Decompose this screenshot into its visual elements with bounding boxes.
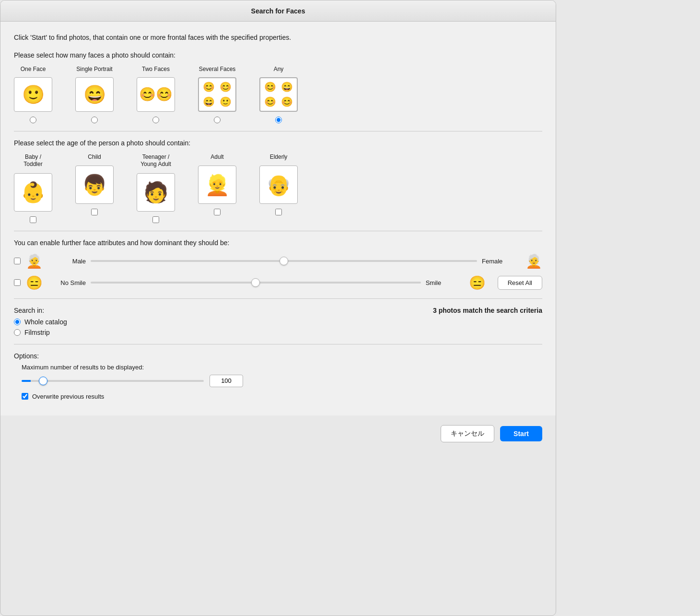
age-label-adult: Adult <box>210 154 223 161</box>
attr-emoji-male: 🧑‍🦳 <box>25 253 43 269</box>
face-emoji-single[interactable]: 😄 <box>75 77 114 112</box>
age-check-teen[interactable] <box>152 216 159 223</box>
age-emoji-baby[interactable]: 👶 <box>14 173 52 212</box>
age-emoji-teen[interactable]: 🧑 <box>137 173 175 212</box>
bottom-bar: キャンセル Start <box>0 415 556 454</box>
age-emoji-elderly[interactable]: 👴 <box>259 166 298 204</box>
face-emoji-one[interactable]: 🙂 <box>14 77 52 112</box>
options-label: Options: <box>14 352 542 360</box>
attr-check-smile[interactable] <box>14 279 21 286</box>
age-emoji-adult[interactable]: 👱 <box>198 166 236 204</box>
attr-emoji-no-smile: 😑 <box>25 275 43 291</box>
max-results-input[interactable] <box>210 375 243 387</box>
search-whole-label: Whole catalog <box>24 318 67 326</box>
attr-label-smile: Smile <box>426 279 464 286</box>
age-label-elderly: Elderly <box>270 154 288 161</box>
overwrite-label: Overwrite previous results <box>32 393 104 400</box>
attr-slider-smile-wrap <box>91 282 421 284</box>
face-count-options: One Face 🙂 Single Portrait 😄 Two Faces 😊… <box>14 66 542 123</box>
face-count-label: Please select how many faces a photo sho… <box>14 51 542 59</box>
window-title: Search for Faces <box>251 7 305 15</box>
attr-row-smile: 😑 No Smile Smile 😑 <box>14 275 486 291</box>
search-in-label: Search in: <box>14 307 44 314</box>
divider-3 <box>14 298 542 299</box>
attr-label-male: Male <box>47 258 86 265</box>
title-bar: Search for Faces <box>0 0 556 22</box>
face-emoji-several[interactable]: 😊😊 😄🙂 <box>198 77 236 112</box>
search-filmstrip: Filmstrip <box>14 329 542 336</box>
face-option-two: Two Faces 😊😊 <box>137 66 175 123</box>
options-section: Options: Maximum number of results to be… <box>14 352 542 400</box>
face-option-several: Several Faces 😊😊 😄🙂 <box>198 66 236 123</box>
age-label-teen: Teenager /Young Adult <box>140 154 171 168</box>
divider-1 <box>14 131 542 131</box>
age-option-child: Child 👦 <box>75 154 114 216</box>
attr-slider-gender[interactable] <box>91 260 477 262</box>
face-radio-several[interactable] <box>214 117 221 123</box>
search-filmstrip-label: Filmstrip <box>24 329 50 336</box>
reset-all-button[interactable]: Reset All <box>498 276 542 290</box>
max-results-label: Maximum number of results to be displaye… <box>22 364 542 371</box>
face-label-single: Single Portrait <box>76 66 112 72</box>
face-option-any: Any 😊😄 😊😊 <box>259 66 298 123</box>
search-in-section: Search in: 3 photos match the search cri… <box>14 307 542 336</box>
age-options: Baby /Toddler 👶 Child 👦 Teenager /Young … <box>14 154 542 223</box>
face-option-single: Single Portrait 😄 <box>75 66 114 123</box>
attr-check-gender[interactable] <box>14 258 21 264</box>
age-label-child: Child <box>88 154 101 161</box>
search-whole-catalog: Whole catalog <box>14 318 542 326</box>
attr-emoji-female: 🧑‍🦳 <box>525 253 542 269</box>
face-radio-single[interactable] <box>91 117 98 123</box>
age-option-adult: Adult 👱 <box>198 154 236 216</box>
face-label-several: Several Faces <box>199 66 236 72</box>
cancel-button[interactable]: キャンセル <box>441 425 494 442</box>
age-check-child[interactable] <box>91 209 98 215</box>
max-results-slider-row <box>22 375 542 387</box>
overwrite-checkbox[interactable] <box>22 393 28 400</box>
age-check-adult[interactable] <box>214 209 221 215</box>
overwrite-row: Overwrite previous results <box>22 393 542 400</box>
attr-label-female: Female <box>482 258 520 265</box>
age-check-baby[interactable] <box>30 216 36 223</box>
match-result: 3 photos match the search criteria <box>433 307 542 314</box>
attr-row-gender: 🧑‍🦳 Male Female 🧑‍🦳 <box>14 253 542 269</box>
age-emoji-child[interactable]: 👦 <box>75 166 114 204</box>
search-radio-filmstrip[interactable] <box>14 329 21 336</box>
age-check-elderly[interactable] <box>275 209 282 215</box>
face-emoji-two[interactable]: 😊😊 <box>137 77 175 112</box>
face-option-one: One Face 🙂 <box>14 66 52 123</box>
age-select-label: Please select the age of the person a ph… <box>14 139 542 147</box>
attr-label-no-smile: No Smile <box>47 279 86 286</box>
age-option-baby: Baby /Toddler 👶 <box>14 154 52 223</box>
search-in-header: Search in: 3 photos match the search cri… <box>14 307 542 314</box>
age-label-baby: Baby /Toddler <box>23 154 42 168</box>
attr-slider-gender-wrap <box>91 260 477 262</box>
age-option-teen: Teenager /Young Adult 🧑 <box>137 154 175 223</box>
age-option-elderly: Elderly 👴 <box>259 154 298 216</box>
divider-2 <box>14 231 542 231</box>
face-label-two: Two Faces <box>142 66 170 72</box>
face-radio-any[interactable] <box>275 117 282 123</box>
search-radio-whole[interactable] <box>14 319 21 325</box>
start-button[interactable]: Start <box>500 426 542 441</box>
face-label-any: Any <box>274 66 284 72</box>
face-label-one: One Face <box>21 66 46 72</box>
face-radio-two[interactable] <box>152 117 159 123</box>
divider-4 <box>14 344 542 344</box>
face-radio-one[interactable] <box>30 117 36 123</box>
face-emoji-any[interactable]: 😊😄 😊😊 <box>259 77 298 112</box>
attr-slider-smile[interactable] <box>91 282 421 284</box>
attr-emoji-smile: 😑 <box>469 275 486 291</box>
intro-text: Click 'Start' to find photos, that conta… <box>14 33 542 43</box>
max-results-slider[interactable] <box>22 380 204 382</box>
attr-section-label: You can enable further face attributes a… <box>14 239 542 247</box>
